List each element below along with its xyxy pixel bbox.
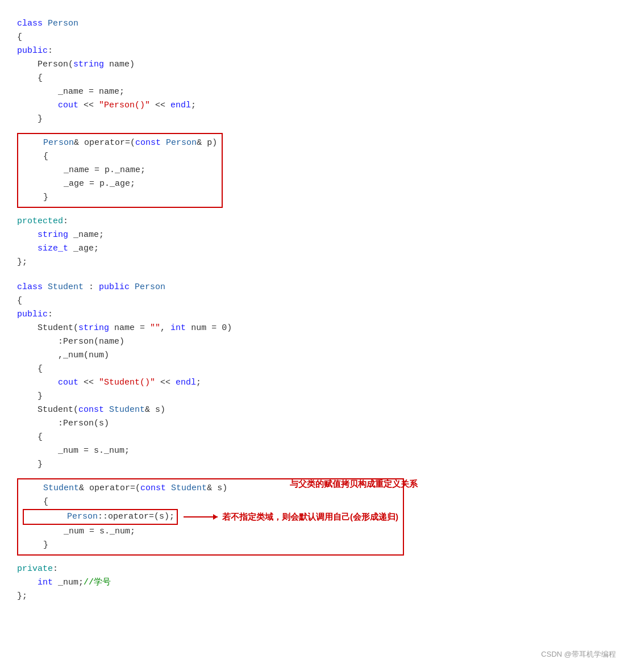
line-20: public: [17,308,616,322]
line-38: int _num;//学号 [17,576,616,590]
line-24: { [17,362,616,376]
line-27: Student(const Student& s) [17,403,616,417]
line-30: _num = s._num; [17,444,616,458]
line-19: { [17,294,616,308]
annotation-2: 若不指定类域，则会默认调用自己(会形成递归) [222,510,398,524]
line-2: { [17,31,616,44]
line-15: string _name; [17,228,616,242]
line-34-wrapper: Person::operator=(s); 若不指定类域，则会默认调用自己(会形… [23,509,398,525]
line-23: ,_num(num) [17,349,616,362]
line-39: }; [17,590,616,603]
line-10: { [23,150,217,164]
line-22: :Person(name) [17,335,616,349]
arrow-svg [184,513,218,521]
line-5: { [17,72,616,85]
arrow-annotation-2: 若不指定类域，则会默认调用自己(会形成递归) [184,510,398,524]
line-29: { [17,431,616,444]
annotation-1: 与父类的赋值拷贝构成重定义关系 [290,477,418,491]
line-6: _name = name; [17,85,616,99]
line-17: }; [17,256,616,269]
inner-red-box-person-call: Person::operator=(s); [23,509,178,525]
line-21: Student(string name = "", int num = 0) [17,322,616,335]
line-14: protected: [17,215,616,228]
line-37: private: [17,562,616,576]
line-12: _age = p._age; [23,177,217,191]
person-operator-section: Person& operator=(const Person& p) { _na… [17,132,616,209]
line-18: class Student : public Person [17,281,616,294]
line-1: class Person [17,17,616,31]
line-28: :Person(s) [17,417,616,431]
line-7: cout << "Person()" << endl; [17,99,616,112]
line-16: size_t _age; [17,242,616,256]
svg-marker-1 [213,514,218,520]
line-11: _name = p._name; [23,164,217,177]
code-block-person: class Person { public: Person(string nam… [17,11,616,132]
code-block-person-protected: protected: string _name; size_t _age; }; [17,209,616,275]
line-4: Person(string name) [17,58,616,72]
code-container: class Person { public: Person(string nam… [17,11,616,609]
line-31: } [17,458,616,471]
code-block-student-private: private: int _num;//学号 }; [17,557,616,609]
student-operator-section: Student& operator=(const Student& s) { P… [17,477,616,557]
line-13: } [23,191,217,204]
line-8: } [17,112,616,126]
line-26: } [17,390,616,403]
red-box-person-operator: Person& operator=(const Person& p) { _na… [17,133,223,208]
code-block-student: class Student : public Person { public: … [17,275,616,477]
footer-text: CSDN @带耳机学编程 [541,649,616,661]
line-33: { [23,495,398,509]
arrow-line [184,516,218,517]
line-3: public: [17,44,616,58]
line-25: cout << "Student()" << endl; [17,376,616,390]
line-9: Person& operator=(const Person& p) [23,136,217,150]
